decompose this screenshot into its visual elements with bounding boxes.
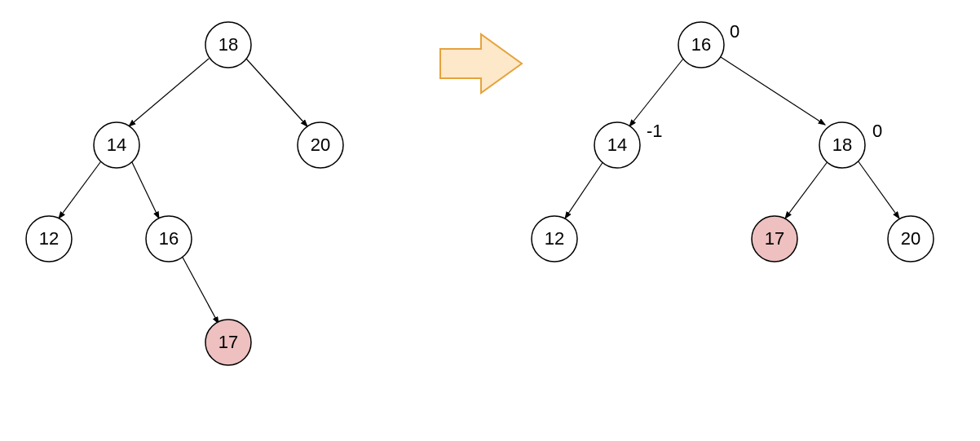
tree-node: 12 xyxy=(532,216,577,262)
diagram-svg: 18 14 20 12 16 17 xyxy=(0,0,980,441)
node-value: 16 xyxy=(691,34,711,55)
tree-node: 16 xyxy=(146,216,192,262)
transform-arrow-icon xyxy=(440,34,522,93)
tree-node: 16 0 xyxy=(678,21,739,68)
tree-node: 14 xyxy=(94,122,139,168)
node-value: 18 xyxy=(219,34,238,55)
edge xyxy=(565,161,603,218)
edge xyxy=(246,59,307,126)
node-value: 20 xyxy=(901,228,920,249)
balance-factor: -1 xyxy=(647,121,663,141)
node-value: 18 xyxy=(832,135,852,155)
node-value: 14 xyxy=(107,135,126,155)
tree-node-highlight: 17 xyxy=(752,216,797,262)
edge xyxy=(59,159,103,218)
left-tree: 18 14 20 12 16 17 xyxy=(26,22,343,365)
node-value: 12 xyxy=(545,228,564,249)
tree-node: 18 xyxy=(205,22,251,68)
node-value: 14 xyxy=(607,135,627,155)
edge xyxy=(181,254,219,324)
edge xyxy=(721,57,825,125)
node-value: 12 xyxy=(39,228,59,249)
edge xyxy=(129,59,209,126)
tree-node: 12 xyxy=(26,216,72,262)
diagram-root: 18 14 20 12 16 17 xyxy=(0,0,980,441)
node-value: 17 xyxy=(765,228,784,249)
node-value: 16 xyxy=(159,228,179,249)
edge xyxy=(858,161,899,218)
edge xyxy=(629,59,683,126)
edge xyxy=(130,159,159,218)
tree-node: 20 xyxy=(888,216,934,262)
node-value: 17 xyxy=(219,332,238,352)
tree-node-highlight: 17 xyxy=(205,320,251,365)
right-tree: 16 0 14 -1 18 0 12 17 20 xyxy=(532,21,934,262)
tree-node: 18 0 xyxy=(819,121,882,168)
tree-node: 20 xyxy=(298,122,343,168)
balance-factor: 0 xyxy=(872,121,882,141)
tree-node: 14 -1 xyxy=(594,121,663,168)
balance-factor: 0 xyxy=(730,21,739,42)
node-value: 20 xyxy=(311,135,330,155)
edge xyxy=(785,161,828,218)
